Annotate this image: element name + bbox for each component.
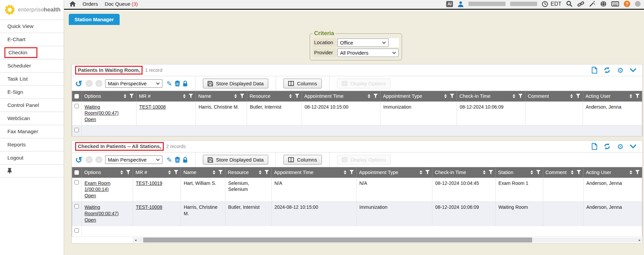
delete-perspective-icon[interactable] [175, 81, 180, 86]
menu-doc-queue[interactable]: Doc Queue(3) [105, 1, 138, 7]
reset-perspective-icon[interactable]: ↺ [75, 157, 82, 163]
station-status-link[interactable]: Waiting Room(00:00:47) [85, 104, 133, 117]
filter-icon[interactable] [635, 94, 640, 98]
sort-icon[interactable] [483, 170, 486, 174]
column-header-checkin-time[interactable]: Check-in Time [457, 91, 525, 102]
globe-icon[interactable] [600, 1, 607, 7]
tab-station-manager[interactable]: Station Manager [69, 14, 120, 25]
sort-icon[interactable] [213, 170, 215, 174]
filter-icon[interactable] [265, 170, 269, 175]
station-status-link[interactable]: Waiting Room(00:00:47) [85, 204, 130, 217]
avatar-placeholder[interactable] [635, 1, 641, 7]
lock-perspective-icon[interactable] [183, 81, 188, 87]
sort-icon[interactable] [420, 170, 422, 174]
column-header-name[interactable]: Name [181, 167, 225, 178]
clock-icon[interactable] [542, 1, 548, 7]
scrollbar-thumb[interactable] [143, 237, 532, 243]
open-link[interactable]: Open [85, 193, 96, 199]
filter-icon[interactable] [576, 94, 580, 98]
column-header-appointment-time[interactable]: Appointment Time [302, 91, 380, 102]
filter-icon[interactable] [373, 94, 378, 98]
sidebar-item-reports[interactable]: Reports [0, 138, 64, 151]
column-header-name[interactable]: Name [196, 91, 247, 102]
store-displayed-data-button[interactable]: Store Displayed Data [203, 79, 269, 88]
ai-badge[interactable]: AI [446, 1, 453, 7]
gear-icon[interactable]: ⚙ [617, 67, 623, 74]
sort-icon[interactable] [120, 170, 123, 174]
mr-number-link[interactable]: TEST-10008 [139, 104, 166, 110]
columns-button[interactable]: Columns [283, 79, 321, 88]
sort-icon[interactable] [289, 94, 292, 98]
columns-button[interactable]: Columns [283, 155, 321, 165]
scroll-right-button[interactable]: ▸ [637, 237, 642, 243]
sort-icon[interactable] [571, 170, 574, 174]
perspective-select[interactable]: Main Perspective [105, 155, 162, 164]
open-link[interactable]: Open [85, 217, 96, 223]
station-status-link[interactable]: Exam Room 1(00:00:14) [85, 180, 130, 193]
sort-icon[interactable] [259, 170, 262, 174]
provider-select[interactable]: All Providers [337, 49, 399, 57]
sort-icon[interactable] [344, 170, 346, 174]
row-checkbox[interactable] [74, 180, 79, 185]
help-icon[interactable]: ? [624, 1, 630, 7]
user-icon[interactable] [458, 1, 464, 7]
sidebar-item-logout[interactable]: Logout [0, 151, 64, 164]
select-all-header[interactable] [72, 91, 82, 102]
column-header-comment[interactable]: Comment [525, 91, 583, 102]
filter-icon[interactable] [425, 170, 430, 175]
sort-icon[interactable] [234, 94, 237, 98]
column-header-appointment-type[interactable]: Appointment Type [380, 91, 457, 102]
next-perspective-button[interactable]: › [95, 80, 102, 87]
horizontal-scrollbar[interactable]: ◂ ▸ [133, 237, 642, 243]
column-header-appointment-time[interactable]: Appointment Time [272, 167, 357, 178]
perspective-select[interactable]: Main Perspective [105, 79, 162, 88]
filter-icon[interactable] [295, 94, 299, 98]
sidebar-item-e-chart[interactable]: E-Chart [0, 33, 64, 46]
column-header-mr[interactable]: MR # [136, 91, 196, 102]
sidebar-pin-toggle[interactable] [0, 164, 64, 177]
sort-icon[interactable] [570, 94, 573, 98]
mr-number-link[interactable]: TEST-10008 [136, 204, 162, 210]
sidebar-item-fax-manager[interactable]: Fax Manager [0, 125, 64, 138]
sidebar-item-e-sign[interactable]: E-Sign [0, 85, 64, 98]
sort-icon[interactable] [168, 170, 171, 174]
delete-perspective-icon[interactable] [175, 157, 180, 163]
sort-icon[interactable] [368, 94, 370, 98]
location-select[interactable]: Office [337, 38, 389, 47]
sort-icon[interactable] [183, 94, 186, 98]
scroll-left-button[interactable]: ◂ [133, 237, 138, 243]
filter-icon[interactable] [126, 170, 130, 175]
column-header-appointment-type[interactable]: Appointment Type [357, 167, 432, 178]
sort-icon[interactable] [124, 94, 126, 98]
next-perspective-button[interactable]: › [95, 156, 102, 163]
column-header-station[interactable]: Station [496, 167, 543, 178]
collapse-chevron-icon[interactable] [630, 144, 636, 148]
home-icon[interactable] [69, 1, 76, 7]
column-header-checkin-time[interactable]: Check-in Time [432, 167, 496, 178]
lock-perspective-icon[interactable] [183, 157, 188, 163]
edit-perspective-icon[interactable]: ✎ [166, 80, 172, 87]
refresh-icon[interactable] [604, 67, 611, 74]
filter-icon[interactable] [349, 170, 354, 175]
filter-icon[interactable] [489, 170, 493, 175]
collapse-chevron-icon[interactable] [630, 68, 636, 72]
gear-icon[interactable]: ⚙ [617, 143, 623, 150]
column-header-resource[interactable]: Resource [225, 167, 272, 178]
sidebar-item-checkin[interactable]: Checkin [0, 46, 64, 59]
row-checkbox[interactable] [74, 128, 79, 132]
row-checkbox[interactable] [74, 104, 79, 108]
link-icon[interactable] [577, 1, 584, 7]
filter-icon[interactable] [218, 170, 223, 175]
column-header-options[interactable]: Options [82, 167, 133, 178]
column-header-acting-user[interactable]: Acting User [583, 91, 642, 102]
new-document-icon[interactable] [592, 143, 597, 150]
store-displayed-data-button[interactable]: Store Displayed Data [203, 155, 269, 165]
magic-wand-icon[interactable] [589, 1, 595, 7]
sort-icon[interactable] [513, 94, 515, 98]
sidebar-item-control-panel[interactable]: Control Panel [0, 98, 64, 112]
refresh-icon[interactable] [604, 143, 611, 150]
sidebar-item-quick-view[interactable]: Quick View [0, 20, 64, 33]
row-checkbox[interactable] [74, 204, 79, 208]
column-header-acting-user[interactable]: Acting User [583, 167, 642, 178]
filter-icon[interactable] [536, 170, 541, 175]
